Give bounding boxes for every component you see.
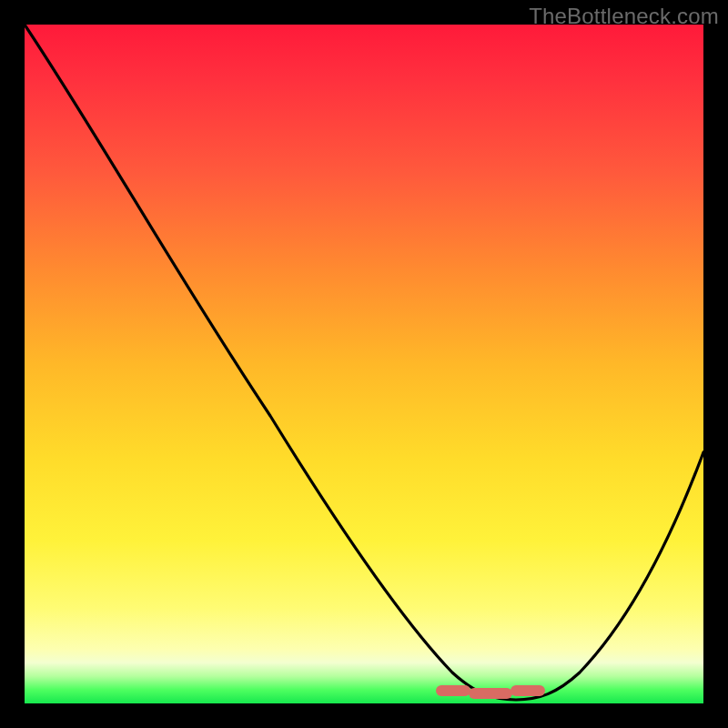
chart-frame: TheBottleneck.com (0, 0, 728, 728)
bottleneck-curve (25, 25, 703, 703)
optimal-range-marker (511, 685, 545, 696)
optimal-range-marker (469, 688, 512, 699)
plot-area (25, 25, 703, 703)
watermark-text: TheBottleneck.com (529, 4, 719, 29)
optimal-range-marker (436, 685, 470, 696)
